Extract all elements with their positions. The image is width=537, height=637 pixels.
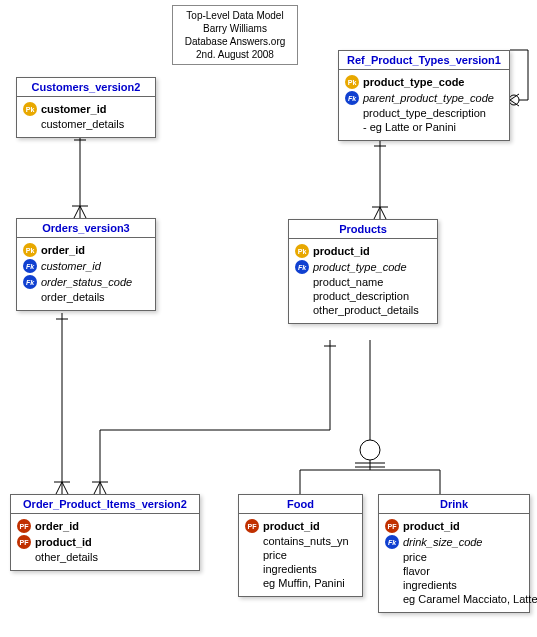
- entity-body: PFproduct_idFkdrink_size_codepriceflavor…: [379, 514, 529, 612]
- attribute-label: product_id: [403, 520, 460, 532]
- attribute-row: ingredients: [385, 578, 523, 592]
- pf-key-icon: PF: [245, 519, 259, 533]
- attribute-row: other_details: [17, 550, 193, 564]
- attribute-row: Fkdrink_size_code: [385, 534, 523, 550]
- attribute-row: PForder_id: [17, 518, 193, 534]
- entity-body: Pkcustomer_idcustomer_details: [17, 97, 155, 137]
- entity-body: PFproduct_idcontains_nuts_ynpriceingredi…: [239, 514, 362, 596]
- entity-title: Order_Product_Items_version2: [11, 495, 199, 514]
- note-line: Barry Williams: [179, 22, 291, 35]
- attribute-label: other_product_details: [313, 304, 419, 316]
- attribute-row: ingredients: [245, 562, 356, 576]
- fk-key-icon: Fk: [385, 535, 399, 549]
- attribute-label: customer_id: [41, 103, 106, 115]
- entity-products: Products Pkproduct_idFkproduct_type_code…: [288, 219, 438, 324]
- attribute-label: parent_product_type_code: [363, 92, 494, 104]
- attribute-label: product_type_code: [363, 76, 464, 88]
- attribute-label: drink_size_code: [403, 536, 483, 548]
- pf-key-icon: PF: [17, 535, 31, 549]
- entity-orders: Orders_version3 Pkorder_idFkcustomer_idF…: [16, 218, 156, 311]
- attribute-label: product_name: [313, 276, 383, 288]
- attribute-row: eg Caramel Macciato, Latte: [385, 592, 523, 606]
- pk-key-icon: Pk: [23, 243, 37, 257]
- attribute-row: order_details: [23, 290, 149, 304]
- fk-key-icon: Fk: [295, 260, 309, 274]
- entity-food: Food PFproduct_idcontains_nuts_ynpricein…: [238, 494, 363, 597]
- note-line: Database Answers.org: [179, 35, 291, 48]
- note-line: Top-Level Data Model: [179, 9, 291, 22]
- attribute-label: eg Caramel Macciato, Latte: [403, 593, 537, 605]
- entity-customers: Customers_version2 Pkcustomer_idcustomer…: [16, 77, 156, 138]
- pk-key-icon: Pk: [295, 244, 309, 258]
- attribute-row: Fkproduct_type_code: [295, 259, 431, 275]
- attribute-row: Pkorder_id: [23, 242, 149, 258]
- entity-ref-product-types: Ref_Product_Types_version1 Pkproduct_typ…: [338, 50, 510, 141]
- attribute-row: price: [245, 548, 356, 562]
- entity-title: Ref_Product_Types_version1: [339, 51, 509, 70]
- attribute-row: product_name: [295, 275, 431, 289]
- attribute-row: contains_nuts_yn: [245, 534, 356, 548]
- attribute-label: customer_id: [41, 260, 101, 272]
- attribute-label: - eg Latte or Panini: [363, 121, 456, 133]
- attribute-label: order_id: [35, 520, 79, 532]
- attribute-row: product_type_description: [345, 106, 503, 120]
- pk-key-icon: Pk: [23, 102, 37, 116]
- attribute-label: product_description: [313, 290, 409, 302]
- attribute-label: product_id: [263, 520, 320, 532]
- entity-drink: Drink PFproduct_idFkdrink_size_codeprice…: [378, 494, 530, 613]
- pk-key-icon: Pk: [345, 75, 359, 89]
- attribute-label: customer_details: [41, 118, 124, 130]
- attribute-label: other_details: [35, 551, 98, 563]
- attribute-row: eg Muffin, Panini: [245, 576, 356, 590]
- attribute-label: product_type_code: [313, 261, 407, 273]
- attribute-label: eg Muffin, Panini: [263, 577, 345, 589]
- attribute-row: - eg Latte or Panini: [345, 120, 503, 134]
- attribute-row: Fkcustomer_id: [23, 258, 149, 274]
- svg-point-13: [360, 440, 380, 460]
- attribute-label: order_status_code: [41, 276, 132, 288]
- entity-body: PForder_idPFproduct_idother_details: [11, 514, 199, 570]
- attribute-row: Pkcustomer_id: [23, 101, 149, 117]
- entity-body: Pkproduct_idFkproduct_type_codeproduct_n…: [289, 239, 437, 323]
- attribute-row: PFproduct_id: [17, 534, 193, 550]
- attribute-label: ingredients: [403, 579, 457, 591]
- attribute-label: contains_nuts_yn: [263, 535, 349, 547]
- entity-order-product-items: Order_Product_Items_version2 PForder_idP…: [10, 494, 200, 571]
- attribute-row: PFproduct_id: [245, 518, 356, 534]
- attribute-row: other_product_details: [295, 303, 431, 317]
- attribute-row: customer_details: [23, 117, 149, 131]
- pf-key-icon: PF: [17, 519, 31, 533]
- attribute-label: ingredients: [263, 563, 317, 575]
- svg-point-6: [509, 95, 519, 105]
- attribute-label: flavor: [403, 565, 430, 577]
- fk-key-icon: Fk: [345, 91, 359, 105]
- diagram-note: Top-Level Data Model Barry Williams Data…: [172, 5, 298, 65]
- attribute-label: product_type_description: [363, 107, 486, 119]
- entity-title: Customers_version2: [17, 78, 155, 97]
- attribute-row: Pkproduct_id: [295, 243, 431, 259]
- entity-body: Pkproduct_type_codeFkparent_product_type…: [339, 70, 509, 140]
- note-line: 2nd. August 2008: [179, 48, 291, 61]
- attribute-label: product_id: [313, 245, 370, 257]
- attribute-row: flavor: [385, 564, 523, 578]
- attribute-row: Fkorder_status_code: [23, 274, 149, 290]
- entity-body: Pkorder_idFkcustomer_idFkorder_status_co…: [17, 238, 155, 310]
- attribute-row: Pkproduct_type_code: [345, 74, 503, 90]
- attribute-row: PFproduct_id: [385, 518, 523, 534]
- attribute-label: product_id: [35, 536, 92, 548]
- attribute-row: price: [385, 550, 523, 564]
- attribute-label: price: [263, 549, 287, 561]
- attribute-row: Fkparent_product_type_code: [345, 90, 503, 106]
- entity-title: Orders_version3: [17, 219, 155, 238]
- entity-title: Drink: [379, 495, 529, 514]
- attribute-label: price: [403, 551, 427, 563]
- entity-title: Products: [289, 220, 437, 239]
- attribute-row: product_description: [295, 289, 431, 303]
- pf-key-icon: PF: [385, 519, 399, 533]
- attribute-label: order_id: [41, 244, 85, 256]
- entity-title: Food: [239, 495, 362, 514]
- fk-key-icon: Fk: [23, 259, 37, 273]
- fk-key-icon: Fk: [23, 275, 37, 289]
- attribute-label: order_details: [41, 291, 105, 303]
